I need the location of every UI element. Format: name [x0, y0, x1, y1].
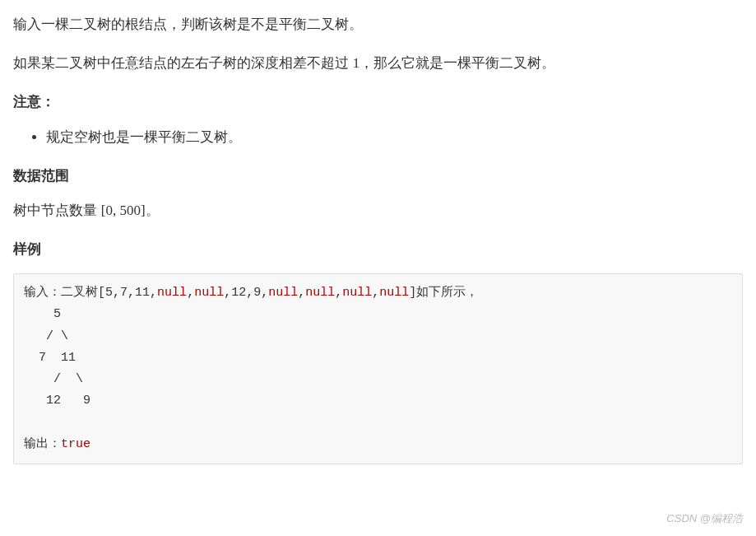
null-6: null — [379, 286, 409, 300]
bracket-close: ] — [409, 286, 416, 300]
problem-statement-2: 如果某二叉树中任意结点的左右子树的深度相差不超过 1，那么它就是一棵平衡二叉树。 — [13, 52, 743, 76]
val-9: 9 — [253, 286, 261, 300]
val-12: 12 — [231, 286, 246, 300]
sample-code-block: 输入：二叉树[5,7,11,null,null,12,9,null,null,n… — [13, 273, 743, 464]
tree-line-3: 7 11 — [24, 351, 76, 365]
comma: , — [372, 286, 379, 300]
notice-list: 规定空树也是一棵平衡二叉树。 — [13, 126, 743, 150]
val-5: 5 — [105, 286, 113, 300]
notice-heading: 注意： — [13, 91, 743, 114]
null-1: null — [157, 286, 187, 300]
null-3: null — [268, 286, 298, 300]
tree-line-2: / \ — [24, 329, 68, 343]
val-7: 7 — [120, 286, 128, 300]
comma: , — [113, 286, 120, 300]
code-input-label: 输入：二叉树 — [24, 286, 98, 300]
tree-line-1: 5 — [24, 307, 61, 321]
null-2: null — [194, 286, 224, 300]
code-output-value: true — [61, 437, 90, 451]
range-interval: [0, 500] — [101, 203, 146, 218]
comma: , — [187, 286, 194, 300]
problem-statement-1: 输入一棵二叉树的根结点，判断该树是不是平衡二叉树。 — [13, 13, 743, 37]
comma: , — [128, 286, 135, 300]
null-4: null — [305, 286, 335, 300]
comma: , — [298, 286, 305, 300]
bracket-open: [ — [98, 286, 105, 300]
comma: , — [261, 286, 268, 300]
val-11: 11 — [135, 286, 150, 300]
data-range-heading: 数据范围 — [13, 165, 743, 189]
comma: , — [150, 286, 157, 300]
number-one: 1 — [353, 55, 360, 71]
sample-heading: 样例 — [13, 238, 743, 262]
null-5: null — [342, 286, 372, 300]
range-prefix: 树中节点数量 — [13, 203, 101, 218]
notice-item-1: 规定空树也是一棵平衡二叉树。 — [46, 126, 743, 150]
text-before-num: 如果某二叉树中任意结点的左右子树的深度相差不超过 — [13, 55, 353, 71]
range-suffix: 。 — [146, 203, 160, 218]
tree-line-5: 12 9 — [24, 394, 90, 408]
comma: , — [246, 286, 253, 300]
text-after-num: ，那么它就是一棵平衡二叉树。 — [359, 55, 555, 71]
comma: , — [335, 286, 342, 300]
tree-line-4: / \ — [24, 372, 83, 386]
code-output-label: 输出： — [24, 437, 61, 451]
comma: , — [224, 286, 231, 300]
data-range-text: 树中节点数量 [0, 500]。 — [13, 199, 743, 223]
code-after-array: 如下所示， — [416, 286, 478, 300]
